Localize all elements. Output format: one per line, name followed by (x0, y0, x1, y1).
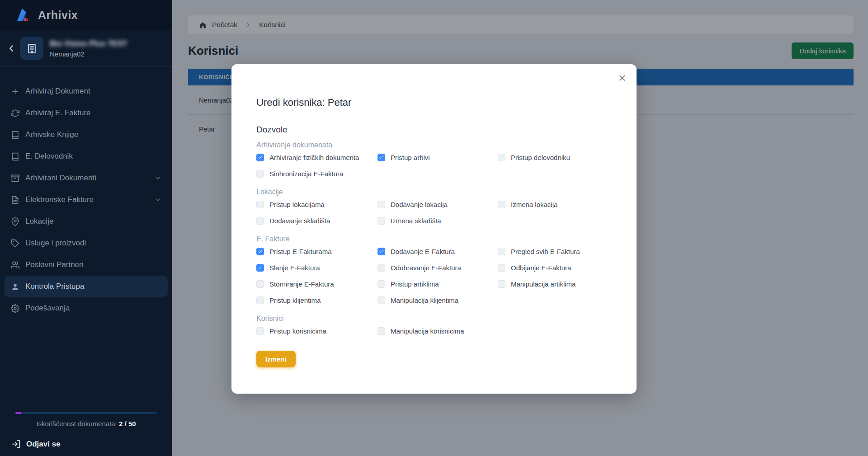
arhivix-logo-icon (15, 7, 32, 23)
permission-checkbox[interactable]: Odbijanje E-Faktura (498, 259, 612, 276)
logo-row: Arhivix (0, 0, 172, 30)
pin-icon (11, 217, 19, 226)
checkbox-box (256, 248, 264, 255)
permission-section-label: Korisnici (256, 308, 612, 323)
permission-section: Arhiviranje dokumenataArhiviranje fizičk… (256, 135, 612, 182)
modal-title: Uredi korisnika: Petar (256, 97, 612, 108)
checkbox-box (256, 201, 264, 208)
sidebar-item-arhiviraj-e-fakture[interactable]: Arhiviraj E. Fakture (5, 102, 168, 124)
sidebar-nav: Arhiviraj DokumentArhiviraj E. FaktureAr… (0, 80, 172, 319)
gear-icon (11, 304, 19, 313)
submit-button[interactable]: Izmeni (256, 351, 296, 367)
permission-label: Storniranje E-Faktura (269, 280, 334, 288)
permission-label: Pristup korisnicima (269, 327, 326, 335)
sidebar-item-label: Arhivske Knjige (25, 130, 78, 139)
permission-checkbox[interactable]: Izmena skladišta (377, 212, 498, 229)
permission-section: LokacijePristup lokacijamaDodavanje loka… (256, 182, 612, 229)
book-icon (11, 131, 19, 139)
sidebar-item-arhivirani-dokumenti[interactable]: Arhivirani Dokumenti (5, 167, 168, 189)
permission-section: E. FakturePristup E-FakturamaDodavanje E… (256, 229, 612, 308)
permission-label: Odobravanje E-Faktura (391, 264, 461, 272)
permission-checkbox[interactable]: Pristup delovodniku (498, 149, 612, 165)
permission-label: Izmena lokacija (511, 201, 557, 208)
plus-icon (11, 87, 19, 96)
permission-checkbox[interactable]: Pristup artiklima (377, 276, 498, 292)
user-icon (11, 282, 19, 291)
logout-button[interactable]: Odjavi se (0, 439, 172, 449)
sidebar-item-label: Arhiviraj Dokument (25, 87, 90, 96)
permission-section-label: E. Fakture (256, 229, 612, 243)
sidebar-item-label: Usluge i proizvodi (25, 239, 86, 248)
checkbox-box (256, 154, 264, 161)
permission-checkbox[interactable]: Pristup E-Fakturama (256, 243, 377, 259)
chevron-down-icon (154, 196, 161, 203)
sidebar-item-poslovni-partneri[interactable]: Poslovni Partneri (5, 254, 168, 276)
checkbox-box (498, 248, 505, 255)
sidebar-item-lokacije[interactable]: Lokacije (5, 211, 168, 232)
edit-user-modal: Uredi korisnika: Petar Dozvole Arhiviran… (231, 64, 637, 394)
permission-section-label: Lokacije (256, 182, 612, 196)
permission-label: Pristup arhivi (391, 154, 430, 161)
permission-checkbox[interactable]: Manipulacija artiklima (498, 276, 612, 292)
checkbox-box (377, 248, 385, 255)
usage-progress-fill (15, 412, 21, 414)
permission-checkbox[interactable]: Pristup korisnicima (256, 323, 377, 339)
checkbox-box (498, 201, 505, 208)
sidebar-item-label: Poslovni Partneri (25, 260, 84, 269)
sidebar-item-label: E. Delovodnik (25, 152, 73, 161)
permission-checkbox[interactable]: Dodavanje E-Faktura (377, 243, 498, 259)
usage-text: Iskorišćenost dokumenata: 2 / 50 (0, 420, 172, 428)
sidebar-collapse-button[interactable] (5, 42, 18, 55)
permission-checkbox[interactable]: Manipulacija klijentima (377, 292, 498, 308)
permission-checkbox[interactable]: Dodavanje lokacija (377, 196, 498, 212)
logout-icon (11, 439, 21, 449)
company-name: Bio Vision Plus TEST (50, 39, 127, 48)
permission-checkbox[interactable]: Slanje E-Faktura (256, 259, 377, 276)
checkbox-box (377, 327, 385, 335)
permission-checkbox[interactable]: Pristup lokacijama (256, 196, 377, 212)
permission-checkbox[interactable]: Izmena lokacija (498, 196, 612, 212)
permission-grid: Pristup korisnicimaManipulacija korisnic… (256, 323, 612, 339)
permission-label: Izmena skladišta (391, 217, 441, 225)
permission-checkbox[interactable]: Sinhronizacija E-Faktura (256, 165, 377, 182)
archive-icon (11, 174, 19, 183)
sidebar-item-e-delovodnik[interactable]: E. Delovodnik (5, 146, 168, 167)
sidebar-item-label: Lokacije (25, 217, 53, 226)
permission-checkbox[interactable]: Storniranje E-Faktura (256, 276, 377, 292)
checkbox-box (256, 170, 264, 178)
permission-label: Odbijanje E-Faktura (511, 264, 571, 272)
usage-progress-bar (15, 412, 157, 414)
permission-checkbox[interactable]: Pristup arhivi (377, 149, 498, 165)
permission-label: Pristup delovodniku (511, 154, 570, 161)
sidebar-item-label: Kontrola Pristupa (25, 282, 84, 291)
checkbox-box (498, 154, 505, 161)
permission-checkbox[interactable]: Odobravanje E-Faktura (377, 259, 498, 276)
sidebar-footer: Iskorišćenost dokumenata: 2 / 50 Odjavi … (0, 399, 172, 456)
permission-label: Dodavanje skladišta (269, 217, 330, 225)
permission-grid: Arhiviranje fizičkih dokumentaPristup ar… (256, 149, 612, 182)
permission-checkbox[interactable]: Pristup klijentima (256, 292, 377, 308)
sidebar-item-arhiviraj-dokument[interactable]: Arhiviraj Dokument (5, 80, 168, 102)
permission-label: Arhiviranje fizičkih dokumenta (269, 154, 359, 161)
permission-label: Pristup artiklima (391, 280, 439, 288)
refresh-icon (11, 109, 19, 118)
permission-label: Manipulacija artiklima (511, 280, 576, 288)
permission-checkbox[interactable]: Dodavanje skladišta (256, 212, 377, 229)
permission-label: Pregled svih E-Faktura (511, 248, 580, 255)
sidebar-item-elektronske-fakture[interactable]: Elektronske Fakture (5, 189, 168, 211)
sidebar-item-kontrola-pristupa[interactable]: Kontrola Pristupa (5, 276, 168, 297)
checkbox-box (377, 201, 385, 208)
sidebar-item-podesavanja[interactable]: Podešavanja (5, 297, 168, 319)
permission-checkbox[interactable]: Arhiviranje fizičkih dokumenta (256, 149, 377, 165)
company-row: Bio Vision Plus TEST Nemanja02 (0, 30, 172, 67)
permission-label: Pristup klijentima (269, 296, 321, 304)
checkbox-box (256, 264, 264, 272)
checkbox-box (377, 154, 385, 161)
sidebar-item-usluge-i-proizvodi[interactable]: Usluge i proizvodi (5, 232, 168, 254)
permission-checkbox[interactable]: Pregled svih E-Faktura (498, 243, 612, 259)
permission-checkbox[interactable]: Manipulacija korisnicima (377, 323, 498, 339)
sidebar-item-arhivske-knjige[interactable]: Arhivske Knjige (5, 124, 168, 146)
close-icon[interactable] (616, 71, 628, 84)
permission-label: Pristup E-Fakturama (269, 248, 332, 255)
sidebar-item-label: Arhiviraj E. Fakture (25, 108, 91, 118)
